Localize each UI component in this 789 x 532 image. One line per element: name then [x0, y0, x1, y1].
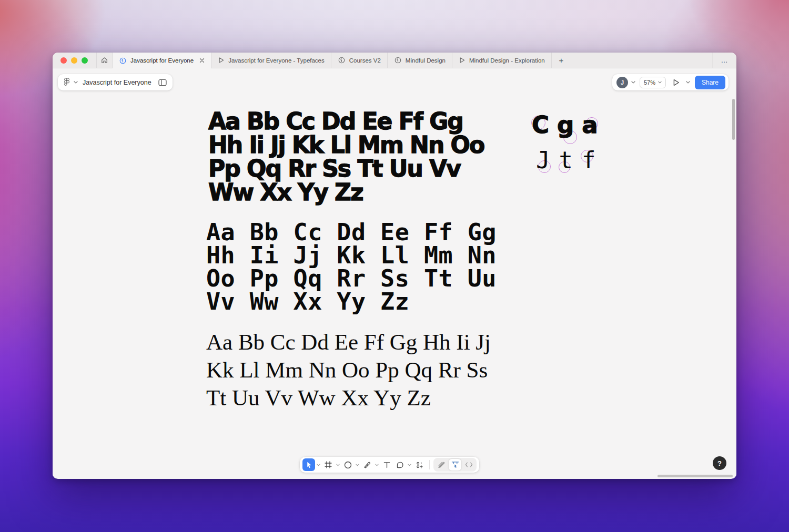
glyph: t — [559, 147, 573, 173]
chevron-down-icon[interactable] — [316, 458, 321, 471]
toolbar-divider — [429, 460, 430, 469]
frame-tool-icon[interactable] — [322, 458, 335, 471]
figma-logo-icon[interactable] — [64, 78, 70, 87]
new-tab-button[interactable]: + — [552, 53, 571, 68]
display-typeface-specimen[interactable]: Aa Bb Cc Dd Ee Ff Gg Hh Ii Jj Kk Ll Mm N… — [208, 109, 484, 204]
annotate-group — [433, 458, 477, 472]
glyph-row-display: C g a — [532, 111, 598, 139]
specimen-line: Tt Uu Vv Ww Xx Yy Zz — [206, 384, 491, 412]
tab-javascript-for-everyone-typefaces[interactable]: Javascript for Everyone - Typefaces — [211, 53, 331, 68]
home-icon — [100, 56, 108, 64]
tab-label: Mindful Design - Exploration — [469, 57, 545, 64]
close-window-button[interactable] — [60, 57, 67, 64]
tab-courses-v2[interactable]: Courses V2 — [331, 53, 388, 68]
chevron-down-icon — [658, 81, 662, 84]
specimen-line: Hh Ii Jj Kk Ll Mm Nn — [206, 244, 497, 267]
figma-file-icon — [338, 56, 346, 64]
tab-label: Javascript for Everyone - Typefaces — [228, 57, 325, 64]
glyph: a — [582, 111, 598, 139]
vertical-scrollbar[interactable] — [732, 99, 735, 140]
pen-tool-icon[interactable] — [361, 458, 373, 471]
chevron-down-icon[interactable] — [407, 458, 412, 471]
serif-typeface-specimen[interactable]: Aa Bb Cc Dd Ee Ff Gg Hh Ii Jj Kk Ll Mm N… — [206, 328, 491, 412]
share-toolbar: J 57% Share — [612, 74, 729, 90]
glyph: J — [536, 147, 550, 173]
zoom-level-value: 57% — [644, 79, 655, 86]
share-button[interactable]: Share — [695, 76, 725, 89]
chevron-down-icon[interactable] — [74, 81, 78, 84]
fullscreen-window-button[interactable] — [82, 57, 88, 64]
actions-icon[interactable] — [413, 458, 426, 471]
figma-file-icon — [394, 56, 402, 64]
present-play-icon[interactable] — [670, 76, 683, 89]
figma-file-icon — [119, 57, 127, 65]
sidebar-toggle-icon[interactable] — [158, 79, 167, 86]
file-title[interactable]: Javascript for Everyone — [82, 79, 155, 86]
shape-tool-icon[interactable] — [341, 458, 354, 471]
tab-label: Javascript for Everyone — [130, 57, 194, 64]
specimen-line: Ww Xx Yy Zz — [208, 180, 484, 204]
tab-mindful-design[interactable]: Mindful Design — [388, 53, 452, 68]
tab-bar: Javascript for Everyone Javascript for E… — [53, 53, 736, 68]
chevron-down-icon[interactable] — [374, 458, 380, 471]
document-toolbar: Javascript for Everyone — [58, 74, 173, 90]
zoom-level-control[interactable]: 57% — [640, 77, 666, 88]
glyph: C — [532, 111, 549, 139]
move-tool-icon[interactable] — [302, 458, 315, 471]
minimize-window-button[interactable] — [71, 57, 77, 64]
prototype-play-icon — [218, 57, 225, 64]
chevron-down-icon[interactable] — [355, 458, 360, 471]
avatar[interactable]: J — [616, 77, 628, 88]
comment-tool-icon[interactable] — [393, 458, 406, 471]
chevron-down-icon[interactable] — [631, 81, 635, 84]
glyph: f — [582, 147, 596, 173]
tab-javascript-for-everyone[interactable]: Javascript for Everyone — [113, 53, 211, 68]
canvas[interactable]: Javascript for Everyone J 57% Share — [53, 68, 736, 478]
dev-mode-code-icon[interactable] — [462, 459, 475, 470]
tools-toolbar — [300, 457, 479, 473]
tab-label: Courses V2 — [349, 57, 381, 64]
measure-annotate-icon[interactable] — [449, 459, 461, 470]
mono-typeface-specimen[interactable]: Aa Bb Cc Dd Ee Ff Gg Hh Ii Jj Kk Ll Mm N… — [206, 221, 497, 313]
specimen-line: Hh Ii Jj Kk Ll Mm Nn Oo — [208, 133, 484, 157]
chevron-down-icon[interactable] — [686, 81, 690, 84]
tab-mindful-design-exploration[interactable]: Mindful Design - Exploration — [452, 53, 552, 68]
specimen-line: Pp Qq Rr Ss Tt Uu Vv — [208, 157, 484, 180]
help-button[interactable]: ? — [713, 456, 726, 470]
text-tool-icon[interactable] — [380, 458, 393, 471]
specimen-line: Aa Bb Cc Dd Ee Ff Gg — [206, 221, 497, 244]
tabbar-spacer — [571, 53, 712, 68]
glyph-row-mono: J t f — [536, 147, 596, 173]
specimen-line: Aa Bb Cc Dd Ee Ff Gg Hh Ii Jj — [206, 328, 491, 356]
chevron-down-icon[interactable] — [335, 458, 341, 471]
prototype-play-icon — [459, 57, 466, 64]
specimen-line: Vv Ww Xx Yy Zz — [206, 290, 497, 313]
tab-overflow-button[interactable]: … — [712, 53, 736, 68]
glyph-annotation-group[interactable]: C g a J t f — [529, 108, 660, 187]
tab-label: Mindful Design — [406, 57, 446, 64]
specimen-line: Aa Bb Cc Dd Ee Ff Gg — [208, 109, 484, 133]
window-controls — [53, 53, 97, 68]
glyph: g — [557, 111, 574, 139]
specimen-line: Kk Ll Mm Nn Oo Pp Qq Rr Ss — [206, 356, 491, 384]
draw-annotate-icon[interactable] — [435, 459, 448, 470]
figma-window: Javascript for Everyone Javascript for E… — [53, 53, 736, 479]
home-button[interactable] — [97, 53, 113, 68]
horizontal-scrollbar[interactable] — [658, 475, 733, 477]
specimen-line: Oo Pp Qq Rr Ss Tt Uu — [206, 267, 497, 290]
close-tab-icon[interactable] — [199, 58, 205, 63]
